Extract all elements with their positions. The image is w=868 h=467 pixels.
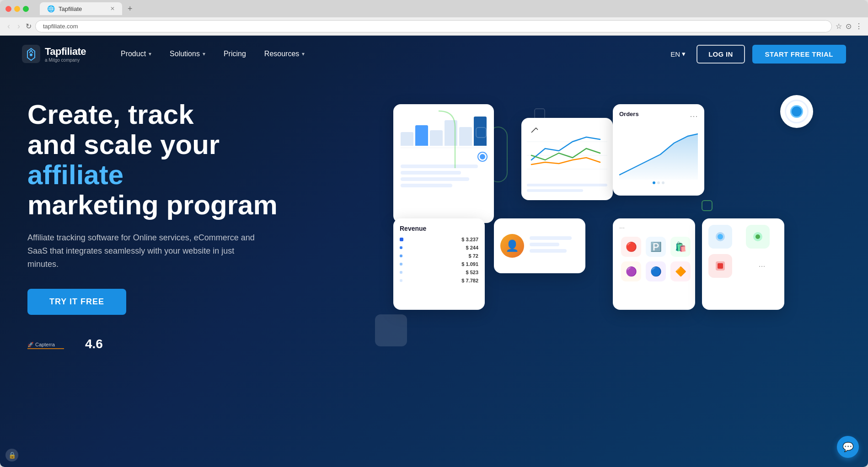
integration-magento-icon: 🔶 xyxy=(670,261,691,281)
orders-chart xyxy=(619,125,698,180)
svg-point-14 xyxy=(755,234,760,239)
nav-pricing[interactable]: Pricing xyxy=(216,46,253,62)
integration-stripe-icon: 🔵 xyxy=(646,261,666,281)
address-bar[interactable]: tapfiliate.com xyxy=(35,20,832,32)
integration-amazon-icon: 🔴 xyxy=(621,237,641,257)
hero-title: Create, track and scale your affiliate m… xyxy=(27,100,302,220)
svg-point-1 xyxy=(30,53,32,56)
privacy-icon[interactable]: 🔒 xyxy=(5,449,18,462)
analytics-card xyxy=(521,118,613,200)
integration-woo-icon: 🟣 xyxy=(621,261,641,281)
logo[interactable]: Tapfiliate a Mitgo company xyxy=(22,45,86,63)
hero-visual: Revenue $ 3.237 $ 244 $ 72 xyxy=(302,90,841,401)
deco-square-3 xyxy=(476,127,487,138)
orders-card: Orders ⋯ xyxy=(613,104,704,196)
hero-title-highlight: affiliate xyxy=(27,159,123,190)
integration-paypal-icon: 🅿️ xyxy=(646,237,666,257)
url-text: tapfiliate.com xyxy=(43,23,78,30)
fullscreen-window-button[interactable] xyxy=(23,6,29,12)
tool-more-icon: ··· xyxy=(746,254,778,278)
svg-point-12 xyxy=(718,234,723,239)
logo-name: Tapfiliate xyxy=(45,46,86,58)
logo-text: Tapfiliate a Mitgo company xyxy=(45,46,86,63)
new-tab-button[interactable]: + xyxy=(124,2,136,16)
minimize-window-button[interactable] xyxy=(14,6,20,12)
forward-button[interactable]: › xyxy=(16,20,22,33)
back-button[interactable]: ‹ xyxy=(5,20,12,33)
tool-share-icon xyxy=(708,225,732,249)
revenue-item-4: $ 1.091 xyxy=(400,261,478,267)
revenue-item-3: $ 72 xyxy=(400,253,478,259)
hero-content: Create, track and scale your affiliate m… xyxy=(27,90,302,401)
capterra-rating: 4.6 xyxy=(85,337,103,351)
person-avatar: 👤 xyxy=(500,234,524,258)
analytics-chart xyxy=(527,123,607,178)
logo-icon xyxy=(22,45,40,63)
integration-shopify-icon: 🛍️ xyxy=(670,237,691,257)
nav-resources[interactable]: Resources ▾ xyxy=(257,46,312,62)
tab-title: Tapfiliate xyxy=(59,5,82,12)
target-icon xyxy=(780,95,813,128)
deco-square-2 xyxy=(702,200,713,211)
analytics-lines xyxy=(527,184,607,192)
nav-links: Product ▾ Solutions ▾ Pricing Resources … xyxy=(113,46,667,62)
tools-icons: ··· xyxy=(708,225,778,278)
active-tab[interactable]: 🌐 Tapfiliate ✕ xyxy=(40,2,122,15)
tab-favicon-icon: 🌐 xyxy=(47,5,55,12)
bookmark-button[interactable]: ☆ xyxy=(836,22,842,31)
svg-text:🚀 Capterra: 🚀 Capterra xyxy=(27,341,55,348)
resources-chevron-icon: ▾ xyxy=(302,51,305,57)
browser-toolbar: ‹ › ↻ tapfiliate.com ☆ ⊙ ⋮ xyxy=(0,17,868,36)
start-trial-button[interactable]: START FREE TRIAL xyxy=(752,45,846,64)
try-free-button[interactable]: TRY IT FREE xyxy=(27,289,126,315)
integrations-grid: 🔴 🅿️ 🛍️ 🟣 🔵 🔶 xyxy=(619,235,689,283)
refresh-button[interactable]: ↻ xyxy=(26,22,32,31)
chat-bubble-button[interactable]: 💬 xyxy=(837,436,859,458)
tool-box-icon xyxy=(708,254,732,278)
nav-product[interactable]: Product ▾ xyxy=(113,46,159,62)
browser-titlebar: 🌐 Tapfiliate ✕ + xyxy=(0,0,868,17)
revenue-item-6: $ 7.782 xyxy=(400,278,478,283)
revenue-card: Revenue $ 3.237 $ 244 $ 72 xyxy=(393,218,485,310)
revenue-title: Revenue xyxy=(400,225,478,232)
login-button[interactable]: LOG IN xyxy=(697,45,745,64)
hero-section: Create, track and scale your affiliate m… xyxy=(0,72,868,401)
arch-connector xyxy=(437,109,473,168)
person-card: 👤 xyxy=(494,218,585,273)
svg-rect-16 xyxy=(718,263,723,269)
svg-rect-5 xyxy=(535,109,545,119)
menu-button[interactable]: ⋮ xyxy=(855,22,863,31)
page-content: Tapfiliate a Mitgo company Product ▾ Sol… xyxy=(0,36,868,467)
traffic-lights xyxy=(5,6,29,12)
navbar: Tapfiliate a Mitgo company Product ▾ Sol… xyxy=(0,36,868,72)
tab-bar: 🌐 Tapfiliate ✕ + xyxy=(40,2,136,16)
profile-button[interactable]: ⊙ xyxy=(846,22,852,31)
logo-sub: a Mitgo company xyxy=(45,58,86,63)
person-lines xyxy=(530,236,579,255)
nav-solutions[interactable]: Solutions ▾ xyxy=(162,46,213,62)
lang-chevron-icon: ▾ xyxy=(682,50,686,58)
revenue-item-1: $ 3.237 xyxy=(400,237,478,242)
capterra-badge: 🚀 Capterra 4.6 xyxy=(27,337,302,351)
integrations-card: ⋯ 🔴 🅿️ 🛍️ 🟣 🔵 🔶 xyxy=(613,218,695,310)
deco-square-1 xyxy=(375,314,407,346)
revenue-item-2: $ 244 xyxy=(400,245,478,250)
solutions-chevron-icon: ▾ xyxy=(203,51,205,57)
product-chevron-icon: ▾ xyxy=(149,51,151,57)
revenue-item-5: $ 523 xyxy=(400,270,478,275)
tools-card: ··· xyxy=(702,218,784,310)
language-selector[interactable]: EN ▾ xyxy=(667,46,689,62)
hero-subtitle: Affiliate tracking software for Online s… xyxy=(27,231,265,271)
tab-close-button[interactable]: ✕ xyxy=(110,5,115,12)
capterra-logo-icon: 🚀 Capterra xyxy=(27,337,78,351)
tool-refresh-icon xyxy=(746,225,770,249)
nav-right: EN ▾ LOG IN START FREE TRIAL xyxy=(667,45,846,64)
close-window-button[interactable] xyxy=(5,6,11,12)
orders-title: Orders xyxy=(619,111,639,117)
